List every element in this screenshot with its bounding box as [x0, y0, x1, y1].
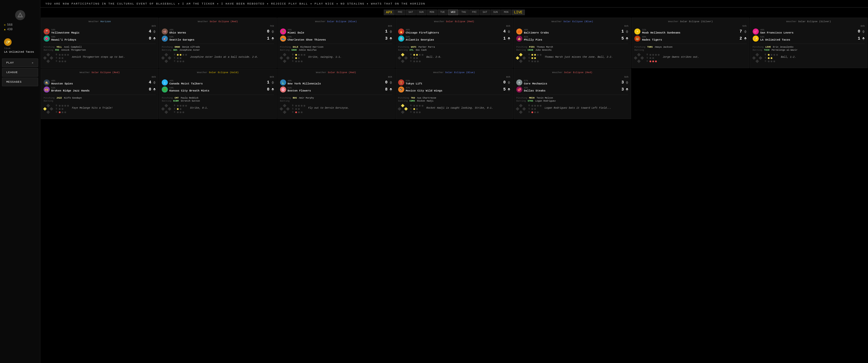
game-event-text: Strike, 0-1.: [190, 106, 208, 110]
game-event-text: Ball. 2-0.: [427, 56, 441, 59]
strikes-row: S: [292, 108, 305, 110]
team1-name: San Francisco Lovers: [760, 31, 794, 34]
arrow-down-icon: [626, 32, 628, 33]
outs-row: O: [647, 60, 659, 63]
team1-icon: 🗽: [280, 79, 286, 86]
batting-info: Batting KCBM Stretch Sutton: [162, 100, 274, 102]
team2-name: Seattle Garages: [169, 38, 194, 41]
bso-panel: B S O: [410, 54, 424, 63]
day-btn-apx[interactable]: APX: [384, 9, 395, 15]
strikes-row: S: [292, 57, 305, 59]
team1-odds: 48%: [169, 29, 186, 31]
game-card-9: Weather Solar Eclipse (Gold) 6th 💧 46% C…: [159, 69, 277, 119]
day-btn-mon[interactable]: MON: [427, 9, 437, 15]
day-btn-mon[interactable]: MON: [501, 9, 511, 15]
team-row-2: 🦅 47% Mexico City Wild Wings 5: [398, 87, 510, 93]
balls-row: B: [56, 104, 69, 107]
outs-row: O: [292, 60, 305, 63]
arrow-down-icon: [626, 39, 628, 40]
day-btn-tue[interactable]: TUE: [437, 9, 447, 15]
game-card-3: Weather Solar Eclipse (Blue) 6th 🌴 45% M…: [277, 18, 395, 68]
bases-count-section: B S O Fly out to Dervin Gorczyca.: [280, 104, 392, 113]
arrow-down-icon: [272, 90, 274, 91]
bases-count-section: B S O Rocket Hadji is caught looking. St…: [398, 104, 510, 113]
day-btn-sat[interactable]: SAT: [406, 9, 416, 15]
play-button[interactable]: PLAY ▶: [2, 59, 38, 67]
outs-label: O: [410, 111, 412, 113]
day-btn-live[interactable]: LIVE: [512, 9, 525, 15]
day-btn-sun[interactable]: SUN: [491, 9, 501, 15]
arrow-up-icon: [626, 81, 628, 82]
outs-row: O: [56, 60, 69, 63]
team1-score: 1: [620, 29, 624, 34]
team2-score: 8: [383, 87, 388, 92]
batting-info: Batting CRAB Juke Gnocchi: [516, 49, 628, 52]
day-btn-fri[interactable]: FRI: [469, 9, 479, 15]
game-card-4: Weather Solar Eclipse (Red) 6th 🔥 46% Ch…: [395, 18, 513, 68]
team1-score-arrows: [626, 81, 628, 84]
outs-label: O: [174, 60, 176, 63]
team1-odds: 49%: [288, 80, 321, 82]
team1-score: 3: [620, 80, 624, 85]
team1-score-arrows: [153, 30, 156, 33]
svg-point-1: [20, 14, 21, 16]
bso-panel: B S O: [528, 104, 541, 113]
team1-name: New York Millennials: [288, 82, 321, 85]
inning-label: 6th: [280, 76, 392, 78]
pitching-info: Pitching YELL Axel Campbell: [44, 46, 156, 48]
arrow-down-icon: [862, 32, 865, 33]
team1-odds: 46%: [169, 80, 203, 82]
game-card-1: Weather Horizon 6th 🌋 50% Yellowstone Ma…: [41, 18, 158, 68]
team2-odds: 52%: [51, 87, 90, 89]
day-btn-thu[interactable]: THU: [459, 9, 469, 15]
outs-row: O: [528, 111, 541, 113]
bases-display: [280, 104, 289, 113]
day-btn-sun[interactable]: SUN: [416, 9, 427, 15]
bso-panel: B S O: [528, 54, 541, 63]
day-btn-wed[interactable]: WED: [448, 9, 458, 15]
team1-odds: 49%: [524, 29, 549, 31]
pitching-info: Pitching OHWO Denim Alfredo: [162, 46, 274, 48]
balls-row: B: [528, 104, 541, 107]
strikes-label: S: [292, 108, 294, 110]
bases-display: [516, 104, 525, 113]
day-btn-fri[interactable]: FRI: [395, 9, 405, 15]
level-icon: ▲: [4, 28, 5, 31]
team-row-2: 🏛️ 54% Atlantis Georgias 1: [398, 36, 510, 42]
arrow-up-icon: [390, 37, 392, 39]
team2-icon: 🌸: [280, 87, 286, 93]
balls-label: B: [528, 104, 530, 107]
team2-score-arrows: [862, 37, 865, 40]
game-card-8: Weather Solar Eclipse (Red) 6th 🕵️ 48% H…: [41, 69, 158, 119]
league-button[interactable]: LEAGUE: [2, 68, 38, 77]
outs-label: O: [174, 111, 176, 113]
team1-score: 0: [383, 80, 388, 85]
balls-row: B: [174, 104, 187, 107]
team1-score: 4: [147, 29, 151, 34]
team1-icon: ⚙️: [516, 79, 522, 86]
balls-label: B: [410, 54, 412, 56]
game-weather: Weather Solar Eclipse (Red): [398, 21, 510, 23]
team1-name: Yellowstone Magic: [51, 31, 80, 34]
team2-icon: 🎸: [162, 36, 168, 42]
inning-label: 6th: [44, 76, 156, 78]
pitching-info: Pitching MECH Tevin Melcon: [516, 97, 628, 99]
bases-display: [162, 104, 171, 113]
messages-button[interactable]: MESSAGES: [2, 78, 38, 86]
team1-score: 1: [266, 80, 270, 85]
arrow-down-icon: [153, 90, 156, 91]
balls-label: B: [647, 54, 649, 56]
strikes-row: S: [765, 57, 778, 59]
team2-score-arrows: [153, 88, 156, 91]
team1-icon: 🌴: [280, 29, 286, 35]
ticker-text: YOU ARE NOW PARTICIPATING IN THE CULTURA…: [45, 2, 425, 5]
balls-label: B: [765, 54, 767, 56]
team1-icon: 💧: [162, 79, 168, 86]
day-btn-sat[interactable]: SAT: [480, 9, 490, 15]
strikes-row: S: [56, 108, 69, 110]
arrow-up-icon: [862, 30, 865, 32]
team1-score-arrows: [508, 30, 510, 33]
arrow-up-icon: [626, 37, 628, 39]
team1-odds: 48%: [51, 80, 73, 82]
team2-score-arrows: [390, 88, 392, 91]
